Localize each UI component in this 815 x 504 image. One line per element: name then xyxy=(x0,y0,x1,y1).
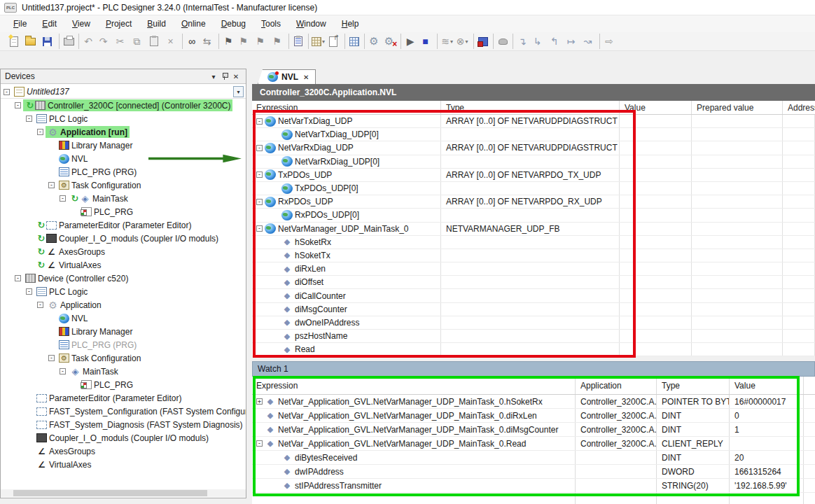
device-tree-item[interactable]: VirtualAxes ▾ xyxy=(1,258,246,272)
expand-toggle[interactable]: - xyxy=(48,355,55,361)
toolbar-button-copy[interactable]: ⧉ xyxy=(129,34,146,49)
expand-toggle[interactable]: - xyxy=(256,172,263,178)
menu-item[interactable]: Build xyxy=(139,17,174,31)
device-tree-item[interactable]: FAST_System_Configuration (FAST System C… xyxy=(1,405,246,418)
device-tree-item[interactable]: - Task Configuration ▾ xyxy=(1,178,246,192)
expand-toggle[interactable]: - xyxy=(37,302,43,308)
watch-column-value[interactable]: Value xyxy=(730,377,804,394)
device-tree-item[interactable]: - Application [run] ▾ xyxy=(1,125,246,139)
device-tree-item[interactable]: NVL ▾ xyxy=(1,152,246,165)
device-tree-item[interactable]: - Controller_3200C [connected] (Controll… xyxy=(1,99,246,112)
device-tree-item[interactable]: PLC_PRG ▾ xyxy=(1,378,246,391)
column-header-expression[interactable]: Expression xyxy=(252,101,441,114)
toolbar-button-step-over[interactable]: ↴ xyxy=(513,34,529,49)
toolbar-button-new-file[interactable] xyxy=(6,34,22,49)
toolbar-button-unforce-values[interactable]: ⊗ ▾ xyxy=(454,34,471,49)
column-header-address[interactable]: Address xyxy=(783,101,815,114)
device-tree-item[interactable]: VirtualAxes ▾ xyxy=(1,458,246,471)
menu-item[interactable]: File xyxy=(6,17,34,31)
menu-item[interactable]: Debug xyxy=(214,17,253,31)
device-tree-item[interactable]: ParameterEditor (Parameter Editor) ▾ xyxy=(1,391,246,405)
expand-toggle[interactable]: - xyxy=(4,89,10,95)
toolbar-button-step-into[interactable]: ↳ xyxy=(529,34,546,49)
nvl-table-row[interactable]: TxPDOs_UDP[0] xyxy=(252,182,815,195)
device-tree-item[interactable]: Coupler_I_O_moduls (Coupler I/O moduls) … xyxy=(1,431,246,444)
nvl-table-row[interactable]: Read xyxy=(252,343,815,356)
watch-row[interactable]: diBytesReceived DINT 20 xyxy=(252,451,815,465)
nvl-table-row[interactable]: - NetVarTxDiag_UDP ARRAY [0..0] OF NETVA… xyxy=(252,115,815,128)
device-combo-dropdown-icon[interactable]: ▾ xyxy=(233,86,244,97)
nvl-table-row[interactable]: hSoketTx xyxy=(252,249,815,262)
device-tree-item[interactable]: - Untitled137 ▾ xyxy=(1,85,246,99)
nvl-table-row[interactable]: pszHostName xyxy=(252,330,815,343)
toolbar-button-login[interactable] xyxy=(364,34,381,49)
close-icon[interactable]: ✕ xyxy=(230,71,242,82)
toolbar-button-toggle-bookmark[interactable]: ⚑ xyxy=(218,34,235,49)
toolbar-button-step-out[interactable]: ↰ xyxy=(546,34,563,49)
device-tree-item[interactable]: PLC_PRG ▾ xyxy=(1,205,246,218)
nvl-table-row[interactable]: NetVarTxDiag_UDP[0] xyxy=(252,128,815,141)
watch-column-application[interactable]: Application xyxy=(576,377,657,394)
menu-item[interactable]: Edit xyxy=(34,17,64,31)
device-tree-item[interactable]: - MainTask ▾ xyxy=(1,192,246,205)
scrollbar-thumb[interactable] xyxy=(13,490,207,496)
toolbar-button-save-project[interactable] xyxy=(39,34,56,49)
nvl-table-row[interactable]: RxPDOs_UDP[0] xyxy=(252,209,815,222)
device-tree-item[interactable]: - PLC Logic ▾ xyxy=(1,285,246,298)
toolbar-button-replace[interactable]: ⇆ xyxy=(199,34,216,49)
device-tree-item[interactable]: AxesGroups ▾ xyxy=(1,245,246,258)
column-header-prepared-value[interactable]: Prepared value xyxy=(692,101,783,114)
devices-horizontal-scrollbar[interactable] xyxy=(1,489,246,497)
device-tree-item[interactable]: NVL ▾ xyxy=(1,312,246,325)
device-tree-item[interactable]: AxesGroups ▾ xyxy=(1,444,246,458)
column-header-type[interactable]: Type xyxy=(441,101,620,114)
toolbar-button-previous-bookmark[interactable]: ⚑ xyxy=(252,34,269,49)
expand-toggle[interactable]: - xyxy=(37,129,43,135)
watch-row[interactable]: dwIPAddress DWORD 1661315264 xyxy=(252,465,815,479)
toolbar-button-stop[interactable]: ■ xyxy=(417,34,434,49)
toolbar-button-open-project[interactable] xyxy=(22,34,39,49)
expand-toggle[interactable]: - xyxy=(60,368,66,374)
watch-row[interactable]: NetVar_Application_GVL.NetVarManager_UDP… xyxy=(252,409,815,423)
menu-item[interactable]: Help xyxy=(334,17,367,31)
watch-column-expression[interactable]: Expression xyxy=(252,377,576,394)
nvl-table-row[interactable]: - NetVarManager_UDP_MainTask_0 NETVARMAN… xyxy=(252,223,815,236)
menu-item[interactable]: View xyxy=(64,17,98,31)
panel-menu-arrow-icon[interactable]: ▾ xyxy=(208,71,219,82)
nvl-table-row[interactable]: - RxPDOs_UDP ARRAY [0..0] OF NETVARPDO_R… xyxy=(252,195,815,209)
expand-toggle[interactable]: - xyxy=(256,225,263,232)
toolbar-button-logout[interactable] xyxy=(381,34,398,49)
device-tree-item[interactable]: FAST_System_Diagnosis (FAST System Diagn… xyxy=(1,418,246,431)
expand-toggle[interactable]: - xyxy=(48,182,55,188)
device-tree-item[interactable]: PLC_PRG (PRG) ▾ xyxy=(1,165,246,178)
device-tree-item[interactable]: ParameterEditor (Parameter Editor) ▾ xyxy=(1,218,246,232)
device-tree-item[interactable]: - Application ▾ xyxy=(1,298,246,312)
tab-close-icon[interactable]: ✕ xyxy=(303,74,309,81)
toolbar-button-run-to-cursor[interactable]: ↦ xyxy=(563,34,580,49)
nvl-table-row[interactable]: - NetVarRxDiag_UDP ARRAY [0..0] OF NETVA… xyxy=(252,141,815,155)
menu-item[interactable]: Tools xyxy=(253,17,288,31)
device-tree-item[interactable]: PLC_PRG (PRG) ▾ xyxy=(1,338,246,351)
expand-toggle[interactable]: - xyxy=(60,195,66,202)
expand-toggle[interactable]: - xyxy=(256,145,263,151)
nvl-table-row[interactable]: diOffset xyxy=(252,276,815,289)
menu-item[interactable]: Project xyxy=(98,17,139,31)
watch-row[interactable]: + NetVar_Application_GVL.NetVarManager_U… xyxy=(252,395,815,409)
watch-row[interactable]: stIPAddressTransmitter STRING(20) '192.1… xyxy=(252,479,815,493)
toolbar-button-start[interactable]: ▶ xyxy=(400,34,417,49)
nvl-table-row[interactable]: diCallCounter xyxy=(252,289,815,302)
watch-row[interactable]: - NetVar_Application_GVL.NetVarManager_U… xyxy=(252,437,815,451)
nvl-table-row[interactable]: diMsgCounter xyxy=(252,303,815,316)
toolbar-button-show-next-statement[interactable]: ↝ xyxy=(580,34,597,49)
toolbar-button-clear-bookmarks[interactable]: ⚑ xyxy=(269,34,286,49)
watch-column-type[interactable]: Type xyxy=(657,377,730,394)
toolbar-button-create-boot-application[interactable] xyxy=(473,34,490,49)
expand-toggle[interactable]: - xyxy=(26,115,32,122)
nvl-table-row[interactable]: dwOneIPAddress xyxy=(252,316,815,330)
toolbar-button-cut[interactable]: ✂ xyxy=(112,34,129,49)
expand-toggle[interactable]: - xyxy=(256,440,263,447)
expand-toggle[interactable]: - xyxy=(15,102,21,108)
device-tree-item[interactable]: - Task Configuration ▾ xyxy=(1,351,246,365)
expand-toggle[interactable]: - xyxy=(256,199,263,205)
toolbar-button-single-cycle[interactable]: ⇨ xyxy=(599,34,616,49)
